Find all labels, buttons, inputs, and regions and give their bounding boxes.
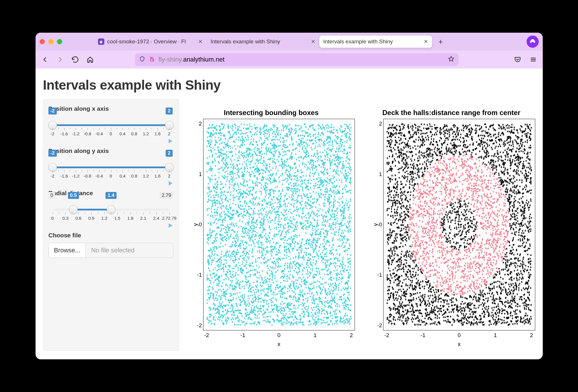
slider-value-low: -2	[48, 150, 57, 157]
y-axis-label: y	[372, 223, 379, 226]
shield-icon[interactable]	[139, 56, 145, 63]
plots-area: Intersecting bounding boxes y -2-1012 -2…	[188, 99, 535, 351]
back-button[interactable]	[40, 55, 50, 64]
browser-tab-2[interactable]: Intervals example with Shiny ✕	[319, 36, 432, 48]
home-button[interactable]	[85, 55, 95, 64]
y-axis-label: y	[192, 223, 199, 226]
close-tab-icon[interactable]: ✕	[424, 38, 428, 45]
file-input-control: Choose file Browse... No file selected	[49, 232, 173, 258]
insecure-lock-icon[interactable]	[149, 56, 155, 63]
x-slider-control: Position along x axis -22-2-1.6-1.2-0.8-…	[49, 105, 173, 138]
slider-value-low: 0.5	[68, 192, 79, 199]
slider-value-high: 2	[166, 108, 173, 114]
r-slider-control: Radial distance 02.790.51.400.30.60.91.2…	[49, 190, 173, 222]
play-icon[interactable]	[168, 223, 173, 229]
reload-button[interactable]	[70, 55, 80, 64]
browser-tab-1[interactable]: Intervals example with Shiny ✕	[207, 36, 319, 48]
play-icon[interactable]	[168, 139, 173, 145]
plot-title: Intersecting bounding boxes	[188, 99, 355, 117]
slider-value-low: -2	[48, 108, 57, 114]
url-bar[interactable]: fly-shiny.analythium.net	[135, 53, 459, 66]
x-axis-label: x	[383, 341, 535, 347]
browser-window: ◉ cool-smoke-1972 · Overview · Fl ✕ Inte…	[36, 33, 543, 359]
window-controls	[40, 39, 62, 44]
bookmark-star-icon[interactable]	[448, 56, 455, 64]
r-slider[interactable]: 02.790.51.400.30.60.91.21.51.82.12.42.72…	[49, 201, 173, 222]
scatter-canvas	[383, 119, 535, 330]
url-text: fly-shiny.analythium.net	[159, 56, 444, 63]
slider-label: Position along y axis	[49, 147, 173, 154]
close-window-button[interactable]	[40, 39, 45, 44]
page-content: Intervals example with Shiny Position al…	[36, 69, 543, 359]
minimize-window-button[interactable]	[48, 39, 53, 44]
slider-value-high: 2	[166, 150, 173, 157]
pocket-icon[interactable]	[513, 55, 523, 64]
y-slider-control: Position along y axis -22-2-1.6-1.2-0.8-…	[49, 147, 173, 180]
page-title: Intervals example with Shiny	[43, 77, 535, 93]
slider-label: Position along x axis	[49, 105, 173, 112]
x-axis-label: x	[203, 341, 355, 347]
incognito-icon[interactable]	[527, 36, 539, 48]
tab-title: cool-smoke-1972 · Overview · Fl	[107, 38, 195, 45]
sidebar-panel: Position along x axis -22-2-1.6-1.2-0.8-…	[43, 99, 179, 351]
close-tab-icon[interactable]: ✕	[198, 38, 203, 45]
browse-button[interactable]: Browse...	[49, 243, 86, 258]
file-label: Choose file	[49, 232, 173, 239]
x-slider[interactable]: -22-2-1.6-1.2-0.8-0.400.40.81.21.62	[49, 116, 173, 138]
scatter-canvas	[203, 119, 355, 330]
tab-title: Intervals example with Shiny	[323, 38, 421, 45]
play-icon[interactable]	[168, 181, 173, 187]
plot-left: Intersecting bounding boxes y -2-1012 -2…	[188, 99, 355, 351]
file-status: No file selected	[86, 243, 173, 258]
new-tab-button[interactable]: +	[434, 37, 447, 46]
y-slider[interactable]: -22-2-1.6-1.2-0.8-0.400.40.81.21.62	[49, 158, 173, 180]
file-input[interactable]: Browse... No file selected	[49, 243, 173, 258]
balloon-icon: ◉	[98, 38, 104, 45]
close-tab-icon[interactable]: ✕	[311, 38, 315, 45]
plot-title: Deck the halls:distance range from cente…	[368, 99, 535, 117]
menu-icon[interactable]	[528, 55, 538, 64]
forward-button[interactable]	[55, 55, 65, 64]
tab-title: Intervals example with Shiny	[211, 38, 308, 45]
maximize-window-button[interactable]	[57, 39, 62, 44]
plot-right: Deck the halls:distance range from cente…	[368, 99, 535, 351]
browser-tab-0[interactable]: ◉ cool-smoke-1972 · Overview · Fl ✕	[94, 36, 207, 48]
browser-toolbar: fly-shiny.analythium.net	[36, 51, 543, 69]
tab-strip: ◉ cool-smoke-1972 · Overview · Fl ✕ Inte…	[36, 33, 543, 51]
slider-value-high: 1.4	[105, 192, 116, 199]
